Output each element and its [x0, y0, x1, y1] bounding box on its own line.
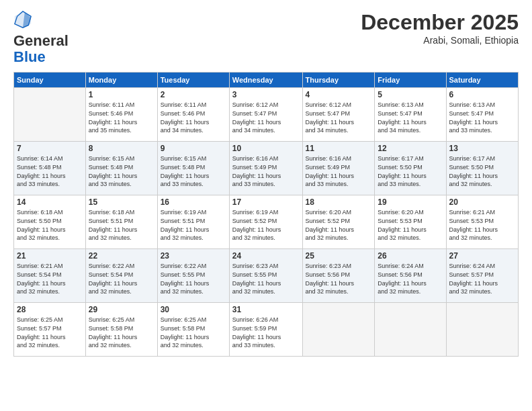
day-info: Sunrise: 6:16 AMSunset: 5:49 PMDaylight:…: [232, 154, 300, 188]
table-row: 11Sunrise: 6:16 AMSunset: 5:49 PMDayligh…: [302, 142, 375, 195]
day-number: 18: [306, 197, 372, 207]
day-number: 30: [161, 305, 226, 314]
day-info: Sunrise: 6:22 AMSunset: 5:54 PMDaylight:…: [89, 262, 154, 295]
day-info: Sunrise: 6:20 AMSunset: 5:52 PMDaylight:…: [306, 208, 372, 242]
table-row: 25Sunrise: 6:23 AMSunset: 5:56 PMDayligh…: [302, 249, 375, 303]
title-block: December 2025 Arabi, Somali, Ethiopia: [361, 10, 519, 46]
table-row: 20Sunrise: 6:21 AMSunset: 5:53 PMDayligh…: [446, 195, 518, 249]
day-info: Sunrise: 6:20 AMSunset: 5:53 PMDaylight:…: [378, 208, 443, 242]
table-row: 12Sunrise: 6:17 AMSunset: 5:50 PMDayligh…: [375, 142, 446, 195]
col-saturday: Saturday: [446, 73, 518, 88]
table-row: 8Sunrise: 6:15 AMSunset: 5:48 PMDaylight…: [85, 142, 157, 195]
day-number: 8: [89, 144, 154, 153]
day-info: Sunrise: 6:13 AMSunset: 5:47 PMDaylight:…: [378, 101, 443, 134]
table-row: [446, 303, 518, 357]
day-info: Sunrise: 6:24 AMSunset: 5:56 PMDaylight:…: [378, 262, 443, 295]
day-info: Sunrise: 6:12 AMSunset: 5:47 PMDaylight:…: [232, 101, 300, 134]
day-info: Sunrise: 6:19 AMSunset: 5:52 PMDaylight:…: [232, 208, 300, 242]
day-number: 19: [378, 197, 443, 207]
day-number: 4: [306, 90, 372, 99]
day-number: 31: [232, 305, 300, 314]
day-info: Sunrise: 6:25 AMSunset: 5:57 PMDaylight:…: [17, 316, 83, 349]
day-info: Sunrise: 6:17 AMSunset: 5:50 PMDaylight:…: [449, 154, 515, 188]
table-row: 24Sunrise: 6:23 AMSunset: 5:55 PMDayligh…: [229, 249, 302, 303]
day-info: Sunrise: 6:13 AMSunset: 5:47 PMDaylight:…: [449, 101, 515, 134]
day-number: 22: [89, 251, 154, 261]
day-info: Sunrise: 6:18 AMSunset: 5:51 PMDaylight:…: [89, 208, 154, 242]
table-row: 6Sunrise: 6:13 AMSunset: 5:47 PMDaylight…: [446, 88, 518, 142]
day-number: 25: [306, 251, 372, 261]
table-row: 10Sunrise: 6:16 AMSunset: 5:49 PMDayligh…: [229, 142, 302, 195]
day-number: 5: [378, 90, 443, 99]
table-row: 5Sunrise: 6:13 AMSunset: 5:47 PMDaylight…: [375, 88, 446, 142]
calendar-header-row: Sunday Monday Tuesday Wednesday Thursday…: [14, 73, 519, 88]
table-row: 29Sunrise: 6:25 AMSunset: 5:58 PMDayligh…: [85, 303, 157, 357]
day-info: Sunrise: 6:26 AMSunset: 5:59 PMDaylight:…: [232, 316, 300, 349]
logo-text: General Blue: [13, 33, 69, 65]
location-subtitle: Arabi, Somali, Ethiopia: [361, 35, 519, 46]
calendar-week-row: 21Sunrise: 6:21 AMSunset: 5:54 PMDayligh…: [14, 249, 519, 303]
table-row: 21Sunrise: 6:21 AMSunset: 5:54 PMDayligh…: [14, 249, 86, 303]
calendar-week-row: 14Sunrise: 6:18 AMSunset: 5:50 PMDayligh…: [14, 195, 519, 249]
calendar-week-row: 28Sunrise: 6:25 AMSunset: 5:57 PMDayligh…: [14, 303, 519, 357]
col-friday: Friday: [375, 73, 446, 88]
day-info: Sunrise: 6:25 AMSunset: 5:58 PMDaylight:…: [89, 316, 154, 349]
day-number: 17: [232, 197, 300, 207]
col-tuesday: Tuesday: [157, 73, 229, 88]
day-number: 3: [232, 90, 300, 99]
day-info: Sunrise: 6:15 AMSunset: 5:48 PMDaylight:…: [161, 154, 226, 188]
day-number: 24: [232, 251, 300, 261]
day-info: Sunrise: 6:15 AMSunset: 5:48 PMDaylight:…: [89, 154, 154, 188]
month-title: December 2025: [361, 10, 519, 35]
day-info: Sunrise: 6:17 AMSunset: 5:50 PMDaylight:…: [378, 154, 443, 188]
table-row: 9Sunrise: 6:15 AMSunset: 5:48 PMDaylight…: [157, 142, 229, 195]
day-number: 16: [161, 197, 226, 207]
day-info: Sunrise: 6:16 AMSunset: 5:49 PMDaylight:…: [306, 154, 372, 188]
table-row: 18Sunrise: 6:20 AMSunset: 5:52 PMDayligh…: [302, 195, 375, 249]
day-number: 7: [17, 144, 83, 153]
col-monday: Monday: [85, 73, 157, 88]
day-info: Sunrise: 6:18 AMSunset: 5:50 PMDaylight:…: [17, 208, 83, 242]
logo: General Blue: [13, 10, 69, 65]
day-info: Sunrise: 6:11 AMSunset: 5:46 PMDaylight:…: [161, 101, 226, 134]
table-row: 22Sunrise: 6:22 AMSunset: 5:54 PMDayligh…: [85, 249, 157, 303]
table-row: 17Sunrise: 6:19 AMSunset: 5:52 PMDayligh…: [229, 195, 302, 249]
day-info: Sunrise: 6:23 AMSunset: 5:55 PMDaylight:…: [232, 262, 300, 295]
day-info: Sunrise: 6:25 AMSunset: 5:58 PMDaylight:…: [161, 316, 226, 349]
col-sunday: Sunday: [14, 73, 86, 88]
table-row: 23Sunrise: 6:22 AMSunset: 5:55 PMDayligh…: [157, 249, 229, 303]
table-row: 4Sunrise: 6:12 AMSunset: 5:47 PMDaylight…: [302, 88, 375, 142]
day-info: Sunrise: 6:21 AMSunset: 5:54 PMDaylight:…: [17, 262, 83, 295]
day-number: 11: [306, 144, 372, 153]
day-number: 6: [449, 90, 515, 99]
day-info: Sunrise: 6:24 AMSunset: 5:57 PMDaylight:…: [449, 262, 515, 295]
col-wednesday: Wednesday: [229, 73, 302, 88]
table-row: 28Sunrise: 6:25 AMSunset: 5:57 PMDayligh…: [14, 303, 86, 357]
day-number: 13: [449, 144, 515, 153]
page: General Blue December 2025 Arabi, Somali…: [0, 0, 532, 411]
table-row: 15Sunrise: 6:18 AMSunset: 5:51 PMDayligh…: [85, 195, 157, 249]
day-number: 21: [17, 251, 83, 261]
day-number: 9: [161, 144, 226, 153]
table-row: 13Sunrise: 6:17 AMSunset: 5:50 PMDayligh…: [446, 142, 518, 195]
table-row: 7Sunrise: 6:14 AMSunset: 5:48 PMDaylight…: [14, 142, 86, 195]
table-row: 14Sunrise: 6:18 AMSunset: 5:50 PMDayligh…: [14, 195, 86, 249]
day-number: 23: [161, 251, 226, 261]
day-info: Sunrise: 6:21 AMSunset: 5:53 PMDaylight:…: [449, 208, 515, 242]
table-row: [375, 303, 446, 357]
day-info: Sunrise: 6:23 AMSunset: 5:56 PMDaylight:…: [306, 262, 372, 295]
table-row: 30Sunrise: 6:25 AMSunset: 5:58 PMDayligh…: [157, 303, 229, 357]
table-row: 19Sunrise: 6:20 AMSunset: 5:53 PMDayligh…: [375, 195, 446, 249]
logo-icon: [13, 10, 32, 29]
day-info: Sunrise: 6:19 AMSunset: 5:51 PMDaylight:…: [161, 208, 226, 242]
day-info: Sunrise: 6:11 AMSunset: 5:46 PMDaylight:…: [89, 101, 154, 134]
day-number: 14: [17, 197, 83, 207]
day-number: 26: [378, 251, 443, 261]
day-number: 28: [17, 305, 83, 314]
table-row: 1Sunrise: 6:11 AMSunset: 5:46 PMDaylight…: [85, 88, 157, 142]
col-thursday: Thursday: [302, 73, 375, 88]
header: General Blue December 2025 Arabi, Somali…: [13, 10, 519, 65]
day-number: 12: [378, 144, 443, 153]
table-row: 2Sunrise: 6:11 AMSunset: 5:46 PMDaylight…: [157, 88, 229, 142]
day-info: Sunrise: 6:14 AMSunset: 5:48 PMDaylight:…: [17, 154, 83, 188]
